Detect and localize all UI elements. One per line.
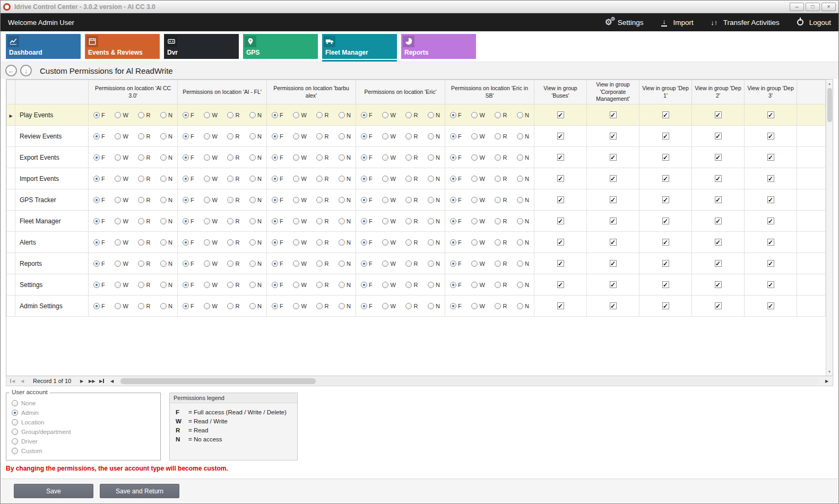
permission-radio-r[interactable]: R [495,197,507,203]
permission-radio-r[interactable]: R [227,282,239,288]
permission-radio-w[interactable]: W [382,197,395,203]
group-checkbox[interactable]: ✓ [610,111,617,118]
permission-radio-n[interactable]: N [160,197,172,203]
permission-radio-w[interactable]: W [471,176,485,182]
permission-radio-f[interactable]: F [93,197,105,203]
permission-radio-w[interactable]: W [293,197,306,203]
permission-radio-r[interactable]: R [316,197,328,203]
pager-next-button[interactable]: ▶ [77,376,87,386]
permission-radio-f[interactable]: F [450,239,462,246]
tab-reports[interactable]: Reports [401,34,476,59]
permission-radio-r[interactable]: R [405,197,418,203]
group-checkbox[interactable]: ✓ [610,196,617,203]
group-checkbox[interactable]: ✓ [610,302,617,309]
permission-radio-w[interactable]: W [293,112,306,118]
permission-radio-w[interactable]: W [204,260,217,267]
permission-radio-n[interactable]: N [428,176,440,182]
maximize-button[interactable]: □ [806,3,820,11]
permission-radio-f[interactable]: F [93,218,105,224]
save-button[interactable]: Save [14,484,93,498]
permission-radio-w[interactable]: W [471,112,485,118]
permission-radio-n[interactable]: N [517,303,529,309]
permission-radio-r[interactable]: R [138,197,150,203]
permission-radio-r[interactable]: R [138,154,150,161]
group-checkbox[interactable]: ✓ [767,302,774,309]
permission-radio-w[interactable]: W [471,239,485,246]
column-header-permissions-on-location-eric[interactable]: Permissions on location 'Eric' [356,80,445,105]
permission-radio-r[interactable]: R [405,176,418,182]
group-checkbox[interactable]: ✓ [662,111,669,118]
permission-radio-r[interactable]: R [316,282,328,288]
permission-radio-w[interactable]: W [204,154,217,161]
group-checkbox[interactable]: ✓ [662,281,669,288]
permission-radio-w[interactable]: W [204,303,217,309]
permission-radio-n[interactable]: N [249,176,262,182]
permission-radio-w[interactable]: W [115,282,128,288]
permission-radio-w[interactable]: W [115,260,128,267]
permission-radio-n[interactable]: N [339,176,351,182]
permission-radio-r[interactable]: R [138,282,150,288]
permission-radio-r[interactable]: R [138,133,150,140]
permission-radio-f[interactable]: F [93,176,105,182]
permission-radio-w[interactable]: W [382,239,395,246]
permission-radio-f[interactable]: F [93,282,105,288]
permission-radio-n[interactable]: N [249,133,262,140]
permission-radio-w[interactable]: W [293,260,306,267]
column-header-permissions-on-location-al-fl[interactable]: Permissions on location 'Al - FL' [178,80,267,105]
permission-radio-r[interactable]: R [405,303,418,309]
column-header-permissions-on-location-al-cc-3-0[interactable]: Permissions on location 'Al CC 3.0' [89,80,178,105]
import-button[interactable]: ↓Import [659,18,693,27]
permission-radio-r[interactable]: R [495,133,507,140]
vertical-scrollbar-thumb[interactable] [827,88,832,122]
permission-radio-w[interactable]: W [471,303,485,309]
permission-radio-n[interactable]: N [160,260,172,267]
back-button[interactable]: ← [5,65,17,76]
group-checkbox[interactable]: ✓ [557,133,564,140]
permission-radio-f[interactable]: F [183,133,194,140]
permission-radio-n[interactable]: N [339,133,351,140]
group-checkbox[interactable]: ✓ [610,281,617,288]
permission-radio-f[interactable]: F [93,154,105,161]
permission-radio-w[interactable]: W [293,176,306,182]
permission-radio-r[interactable]: R [495,260,507,267]
permission-radio-n[interactable]: N [517,133,529,140]
permission-radio-r[interactable]: R [316,239,328,246]
permission-radio-f[interactable]: F [361,133,373,140]
permission-radio-f[interactable]: F [272,197,283,203]
permission-radio-w[interactable]: W [293,154,306,161]
permission-radio-w[interactable]: W [471,282,485,288]
permission-radio-r[interactable]: R [227,176,239,182]
permission-radio-r[interactable]: R [405,282,418,288]
permission-radio-n[interactable]: N [249,282,262,288]
permission-radio-f[interactable]: F [450,133,462,140]
settings-button[interactable]: ⚙⚙Settings [604,18,644,27]
permission-radio-n[interactable]: N [517,197,529,203]
permission-radio-n[interactable]: N [160,154,172,161]
group-checkbox[interactable]: ✓ [557,196,564,203]
down-button[interactable]: ↓ [20,65,32,76]
permission-radio-w[interactable]: W [293,239,306,246]
permission-radio-f[interactable]: F [450,154,462,161]
group-checkbox[interactable]: ✓ [715,111,722,118]
permission-radio-w[interactable]: W [115,176,128,182]
permission-radio-n[interactable]: N [517,282,529,288]
tab-dvr[interactable]: Dvr [164,34,239,59]
permission-radio-r[interactable]: R [227,112,239,118]
permission-radio-f[interactable]: F [183,154,194,161]
pager-next-page-button[interactable]: ▶▶ [87,376,97,386]
permission-radio-n[interactable]: N [339,260,351,267]
group-checkbox[interactable]: ✓ [610,133,617,140]
permission-radio-w[interactable]: W [115,239,128,246]
user-account-option-none[interactable]: None [12,398,155,408]
permission-radio-r[interactable]: R [495,303,507,309]
permission-radio-r[interactable]: R [316,176,328,182]
permission-radio-f[interactable]: F [93,303,105,309]
group-checkbox[interactable]: ✓ [662,196,669,203]
permission-radio-w[interactable]: W [382,282,395,288]
permission-radio-n[interactable]: N [160,239,172,246]
permission-radio-n[interactable]: N [517,218,529,224]
permission-radio-n[interactable]: N [428,154,440,161]
group-checkbox[interactable]: ✓ [715,133,722,140]
permission-radio-r[interactable]: R [405,218,418,224]
permission-radio-r[interactable]: R [405,133,418,140]
